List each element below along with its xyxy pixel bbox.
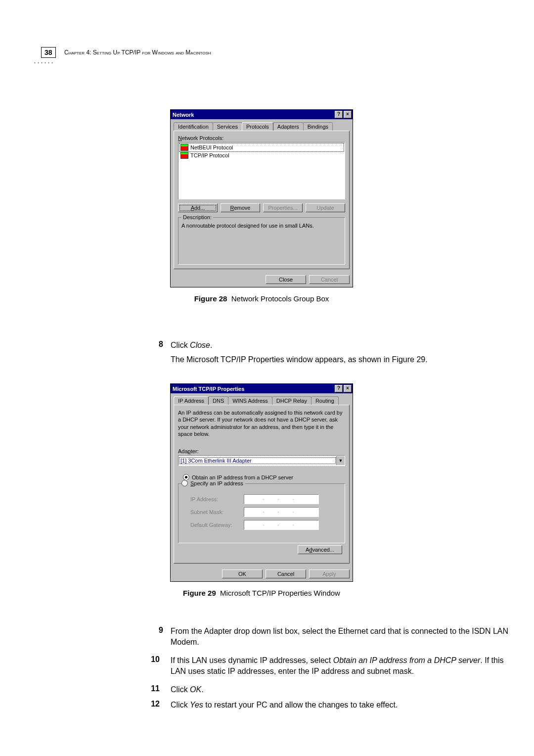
step-12-text: Click Yes to restart your PC and allow t… (171, 700, 512, 710)
adapter-label: Adapter: (178, 448, 345, 454)
adapter-dropdown[interactable]: [1] 3Com Etherlink III Adapter ▼ (178, 455, 345, 466)
figure-29-container: Microsoft TCP/IP Properties ? × IP Addre… (170, 383, 353, 597)
network-tabs: Identification Services Protocols Adapte… (171, 119, 353, 131)
ip-address-row: IP Address: . . . (190, 494, 342, 504)
ip-panel: An IP address can be automatically assig… (174, 405, 350, 564)
figure28-caption: Figure 28 Network Protocols Group Box (170, 294, 353, 303)
close-icon[interactable]: × (344, 385, 352, 392)
protocol-name: NetBEUI Protocol (190, 144, 233, 150)
gateway-input: . . . (244, 520, 319, 530)
advanced-button[interactable]: Advanced... (298, 545, 342, 554)
list-item[interactable]: TCP/IP Protocol (179, 151, 344, 159)
step-10-text: If this LAN uses dynamic IP addresses, s… (171, 655, 512, 677)
step-10-number: 10 (145, 655, 160, 664)
close-icon[interactable]: × (344, 111, 352, 118)
decorative-dots: ······ (34, 57, 54, 68)
chapter-header: Chapter 4: Setting Up TCP/IP for Windows… (64, 49, 211, 56)
cancel-button[interactable]: Cancel (266, 569, 306, 578)
ip-address-input: . . . (244, 494, 319, 504)
chevron-down-icon[interactable]: ▼ (336, 456, 345, 465)
tab-identification[interactable]: Identification (174, 122, 213, 131)
adapter-selected: [1] 3Com Etherlink III Adapter (178, 457, 336, 465)
add-button[interactable]: Add... (178, 203, 218, 212)
tcpip-tabs: IP Address DNS WINS Address DHCP Relay R… (171, 393, 353, 405)
protocol-icon (180, 144, 188, 151)
protocols-listbox[interactable]: NetBEUI Protocol TCP/IP Protocol (178, 142, 345, 199)
help-icon[interactable]: ? (335, 111, 343, 118)
figure-28-container: Network ? × Identification Services Prot… (170, 109, 353, 303)
tab-services[interactable]: Services (213, 122, 242, 131)
step-9-text: From the Adapter drop down list box, sel… (171, 626, 512, 648)
tcpip-dialog: Microsoft TCP/IP Properties ? × IP Addre… (170, 383, 353, 582)
step-11-text: Click OK. (171, 684, 512, 695)
ip-intro-text: An IP address can be automatically assig… (178, 409, 345, 437)
gateway-row: Default Gateway: . . . (190, 520, 342, 530)
step-8-number: 8 (148, 340, 163, 349)
network-titlebar: Network ? × (171, 110, 353, 119)
help-icon[interactable]: ? (335, 385, 343, 392)
step-12-number: 12 (145, 700, 160, 709)
gateway-label: Default Gateway: (190, 522, 240, 528)
description-text: A nonroutable protocol designed for use … (181, 223, 342, 229)
specify-ip-fieldset: Specify an IP address IP Address: . . . … (178, 483, 345, 543)
ip-address-label: IP Address: (190, 496, 240, 502)
network-dialog: Network ? × Identification Services Prot… (170, 109, 353, 287)
list-item[interactable]: NetBEUI Protocol (179, 143, 344, 151)
step-8-text: Click Close. (171, 340, 512, 351)
radio-specify[interactable]: Specify an IP address (181, 480, 245, 486)
step-9-number: 9 (148, 626, 163, 635)
protocol-name: TCP/IP Protocol (190, 152, 229, 158)
tcpip-titlebar: Microsoft TCP/IP Properties ? × (171, 384, 353, 393)
subnet-row: Subnet Mask: . . . (190, 507, 342, 517)
tab-wins[interactable]: WINS Address (228, 396, 272, 405)
close-button[interactable]: Close (266, 275, 306, 284)
tab-adapters[interactable]: Adapters (273, 122, 304, 131)
tab-ip-address[interactable]: IP Address (174, 396, 209, 405)
tab-dns[interactable]: DNS (208, 396, 228, 405)
subnet-label: Subnet Mask: (190, 509, 240, 515)
step-8-followup: The Microsoft TCP/IP Properties window a… (171, 354, 512, 365)
radio-icon (181, 480, 188, 486)
apply-button: Apply (309, 569, 350, 578)
cancel-button: Cancel (309, 275, 350, 284)
page-number: 38 (41, 47, 56, 58)
tab-routing[interactable]: Routing (311, 396, 339, 405)
protocols-label: Network Protocols: (178, 135, 345, 141)
figure29-caption: Figure 29 Microsoft TCP/IP Properties Wi… (170, 589, 353, 597)
properties-button: Properties... (263, 203, 303, 212)
update-button: Update (306, 203, 345, 212)
protocols-panel: Network Protocols: NetBEUI Protocol TCP/… (174, 131, 350, 269)
tab-bindings[interactable]: Bindings (303, 122, 333, 131)
step-11-number: 11 (145, 684, 160, 693)
description-fieldset: Description: A nonroutable protocol desi… (178, 217, 345, 265)
remove-button[interactable]: Remove (221, 203, 260, 212)
description-label: Description: (181, 214, 213, 220)
tab-protocols[interactable]: Protocols (242, 122, 273, 131)
network-title: Network (173, 112, 194, 118)
ok-button[interactable]: OK (222, 569, 263, 578)
tcpip-title: Microsoft TCP/IP Properties (173, 386, 244, 392)
protocol-icon (180, 152, 188, 159)
subnet-input: . . . (244, 507, 319, 517)
tab-dhcp-relay[interactable]: DHCP Relay (272, 396, 312, 405)
